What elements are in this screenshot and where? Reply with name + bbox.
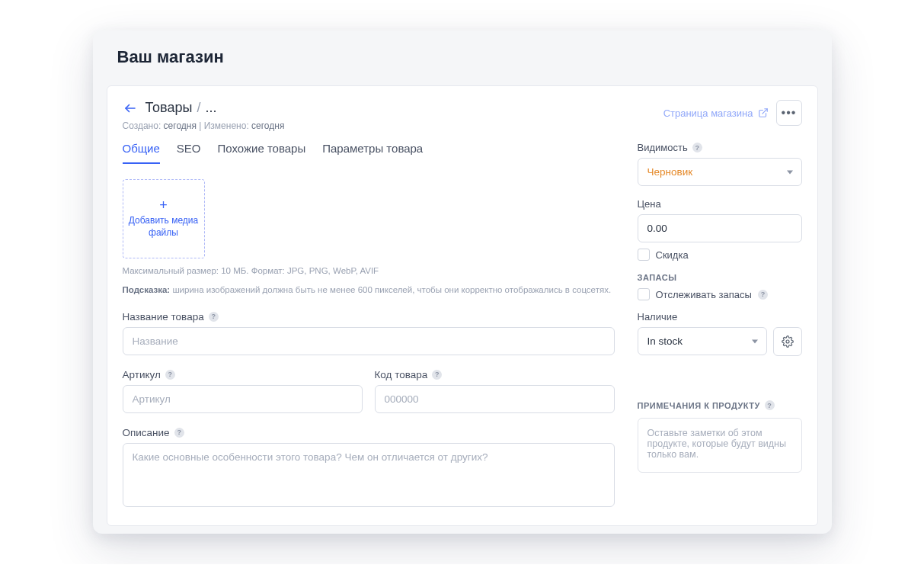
product-name-label: Название товара [123, 311, 204, 323]
description-label: Описание [123, 427, 170, 438]
help-icon[interactable]: ? [209, 312, 219, 322]
header-actions: Страница магазина ••• [663, 100, 802, 126]
content-layout: Общие SEO Похожие товары Параметры товар… [107, 137, 817, 525]
availability-settings-button[interactable] [773, 327, 802, 356]
gear-icon [782, 335, 794, 348]
tab-seo[interactable]: SEO [177, 142, 201, 164]
discount-label: Скидка [656, 249, 689, 261]
dots-horizontal-icon: ••• [782, 106, 797, 120]
visibility-block: Видимость ? Черновик [638, 142, 802, 186]
external-link-icon [758, 108, 769, 118]
track-stock-row: Отслеживать запасы ? [638, 288, 802, 300]
app-window: Ваш магазин Товары/... Создано: сегодня … [93, 30, 832, 534]
price-input[interactable] [638, 214, 802, 242]
created-value: сегодня [164, 120, 197, 131]
visibility-label: Видимость [638, 142, 688, 153]
sku-input[interactable] [123, 385, 363, 413]
svg-line-1 [762, 109, 766, 114]
meta-row: Создано: сегодня | Изменено: сегодня [123, 120, 285, 131]
visibility-select[interactable]: Черновик [638, 158, 802, 186]
main-column: Общие SEO Похожие товары Параметры товар… [123, 142, 615, 510]
add-media-label: Добавить медиа файлы [126, 215, 201, 239]
add-media-dropzone[interactable]: + Добавить медиа файлы [123, 179, 205, 258]
product-name-input[interactable] [123, 327, 615, 355]
breadcrumb-text: Товары/... [145, 100, 217, 116]
price-label: Цена [638, 198, 661, 210]
code-label: Код товара [375, 369, 428, 380]
product-notes-block: ПРИМЕЧАНИЯ К ПРОДУКТУ ? Оставьте заметки… [638, 394, 802, 473]
sku-field: Артикул ? [123, 369, 363, 413]
svg-point-2 [786, 340, 789, 343]
track-stock-label: Отслеживать запасы [656, 289, 752, 300]
tab-params[interactable]: Параметры товара [322, 142, 423, 164]
plus-icon: + [159, 198, 168, 212]
help-icon[interactable]: ? [432, 370, 442, 380]
sku-label: Артикул [123, 369, 161, 380]
help-icon[interactable]: ? [765, 400, 775, 410]
discount-row: Скидка [638, 249, 802, 261]
breadcrumb-root[interactable]: Товары [145, 100, 193, 115]
tab-related[interactable]: Похожие товары [218, 142, 306, 164]
created-label: Создано: [123, 120, 161, 131]
store-page-link[interactable]: Страница магазина [663, 108, 769, 119]
tabs: Общие SEO Похожие товары Параметры товар… [123, 142, 615, 164]
app-header: Ваш магазин [93, 30, 832, 78]
media-tip-label: Подсказка: [123, 285, 171, 294]
media-tip-text: ширина изображений должна быть не менее … [172, 285, 611, 294]
app-title: Ваш магазин [117, 47, 807, 67]
tab-general[interactable]: Общие [123, 142, 160, 164]
store-page-link-label: Страница магазина [663, 108, 753, 119]
modified-value: сегодня [251, 120, 284, 131]
side-column: Видимость ? Черновик Цена Скидка [638, 142, 802, 510]
track-stock-checkbox[interactable] [638, 288, 650, 300]
code-field: Код товара ? [375, 369, 615, 413]
breadcrumb: Товары/... [123, 100, 285, 116]
more-actions-button[interactable]: ••• [776, 100, 802, 126]
stock-heading: ЗАПАСЫ [638, 273, 802, 282]
availability-label: Наличие [638, 311, 678, 323]
modified-label: Изменено: [204, 120, 249, 131]
description-field: Описание ? [123, 427, 615, 510]
media-size-hint: Максимальный размер: 10 МБ. Формат: JPG,… [123, 265, 615, 278]
product-notes-heading: ПРИМЕЧАНИЯ К ПРОДУКТУ [638, 401, 760, 410]
discount-checkbox[interactable] [638, 249, 650, 261]
arrow-left-icon[interactable] [123, 101, 138, 116]
media-tip: Подсказка: ширина изображений должна быт… [123, 284, 615, 297]
help-icon[interactable]: ? [174, 428, 184, 438]
panel-header: Товары/... Создано: сегодня | Изменено: … [107, 86, 817, 137]
availability-select[interactable]: In stock [638, 327, 767, 355]
availability-block: Наличие In stock [638, 311, 802, 356]
breadcrumb-current: ... [205, 100, 216, 115]
price-block: Цена Скидка [638, 198, 802, 261]
help-icon[interactable]: ? [165, 370, 175, 380]
product-notes-input[interactable]: Оставьте заметки об этом продукте, котор… [638, 418, 802, 473]
code-input[interactable] [375, 385, 615, 413]
description-input[interactable] [123, 443, 615, 507]
help-icon[interactable]: ? [758, 290, 768, 300]
header-left: Товары/... Создано: сегодня | Изменено: … [123, 100, 285, 131]
help-icon[interactable]: ? [692, 143, 702, 152]
product-name-field: Название товара ? [123, 311, 615, 355]
product-panel: Товары/... Создано: сегодня | Изменено: … [107, 85, 818, 526]
